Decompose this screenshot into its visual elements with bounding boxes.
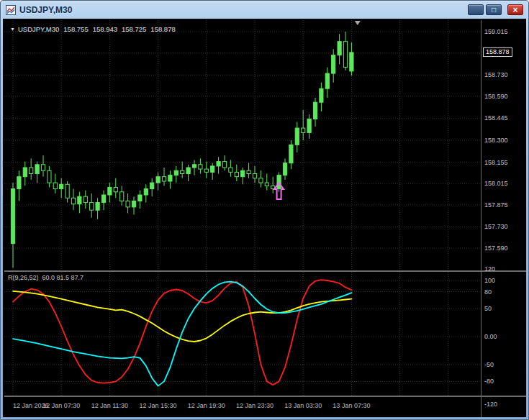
indicator-axis[interactable]: 12010080500.00-50-80-120 [481,272,526,396]
time-axis-label: 12 Jan 11:30 [91,402,128,409]
price-axis-label: 158.590 [484,93,508,101]
indicator-axis-label: 100 [484,277,495,285]
price-axis-label: 158.015 [484,180,508,188]
minimize-button[interactable]: _ [468,4,484,15]
maximize-button[interactable]: □ [486,4,502,15]
price-axis-label: 158.730 [484,71,508,79]
chart-window-icon [6,5,16,15]
time-axis-label: 13 Jan 03:30 [284,402,322,409]
price-chart-pane[interactable] [4,20,481,270]
indicator-readout: R(9,26,52)60.0 81.5 87.7 [8,274,87,281]
price-axis-label: 158.155 [484,159,508,167]
maximize-icon: □ [492,7,496,13]
indicator-axis-label: -50 [484,361,494,369]
time-axis-label: 12 Jan 15:30 [140,402,177,409]
current-price-box: 158.878 [483,47,512,57]
indicator-axis-label: 50 [484,305,492,313]
price-axis-label: 157.590 [484,245,508,252]
price-axis-label: 159.015 [484,28,508,36]
price-axis-label: 158.445 [484,114,508,122]
ohlc-low: 158.725 [122,25,146,33]
ohlc-close: 158.878 [150,25,175,33]
price-axis-label: 157.875 [484,201,508,209]
price-axis-label: 158.300 [484,137,508,145]
chart-client-area: ▼USDJPY,M30158.755158.943158.725158.878 … [3,19,526,417]
indicator-axis-label: 0.00 [484,333,497,341]
window-titlebar[interactable]: USDJPY,M30 _ □ × [2,1,527,18]
window-title: USDJPY,M30 [19,5,468,15]
price-axis-column[interactable]: 159.015158.730158.590158.445158.300158.1… [481,20,526,417]
price-axis[interactable]: 159.015158.730158.590158.445158.300158.1… [481,20,526,272]
indicator-line-mid-yellow [13,291,351,342]
indicator-axis-label: 80 [484,288,492,296]
indicator-svg [4,272,481,396]
indicator-axis-label: -120 [484,401,497,408]
time-axis-label: 12 Jan 23:30 [236,402,273,409]
symbol-marker-icon: ▼ [10,27,15,32]
indicator-name: R(9,26,52) [8,274,39,281]
indicator-axis-label: -80 [484,378,494,385]
time-axis-label: 12 Jan 07:30 [42,402,80,409]
mt4-chart-window: USDJPY,M30 _ □ × ▼USDJPY,M30158.755158.9… [0,0,529,420]
window-controls: _ □ × [468,4,523,15]
close-button[interactable]: × [507,4,523,15]
indicator-values: 60.0 81.5 87.7 [42,274,84,281]
ohlc-open: 158.755 [63,25,88,33]
price-axis-label: 157.730 [484,223,508,231]
close-icon: × [512,7,517,13]
ohlc-symbol: USDJPY,M30 [18,25,59,33]
time-axis-label: 12 Jan 19:30 [188,402,225,409]
ohlc-high: 158.943 [93,25,117,33]
ohlc-readout: ▼USDJPY,M30158.755158.943158.725158.878 [10,25,180,33]
indicator-pane[interactable] [4,272,481,396]
minimize-icon: _ [474,9,478,15]
time-axis-label: 13 Jan 07:30 [333,402,370,409]
price-chart-svg [4,20,481,270]
indicator-axis-label: 120 [484,265,495,273]
chart-frame: ▼USDJPY,M30158.755158.943158.725158.878 … [4,20,526,417]
time-axis[interactable]: 12 Jan 202612 Jan 07:3012 Jan 11:3012 Ja… [4,397,481,417]
chart-shift-marker-icon [355,21,361,25]
